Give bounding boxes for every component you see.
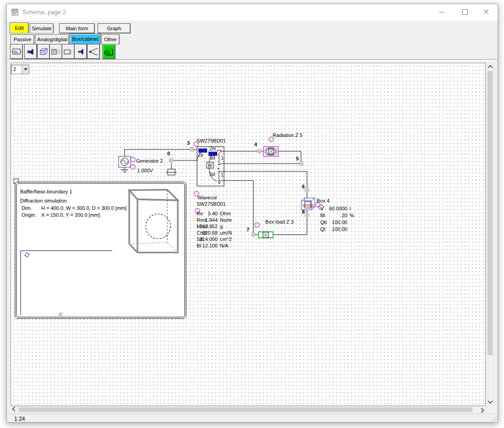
spec-unit: Ohm xyxy=(220,211,231,216)
page-selector-dropdown-button[interactable] xyxy=(22,65,29,74)
transducer-ratio2-label: 1 xyxy=(221,172,224,177)
box4-param-unit: % xyxy=(350,213,354,218)
box4-param-value: 20 xyxy=(325,213,347,218)
transducer-label[interactable]: SW275BD01 xyxy=(197,138,226,143)
box4-label[interactable]: Box 4 xyxy=(317,198,329,203)
radiation-label[interactable]: Radiation Z 5 xyxy=(273,132,302,138)
minimize-button[interactable] xyxy=(431,5,451,19)
transducer-sd1-label: Sd xyxy=(209,155,215,160)
tool-driver-button[interactable] xyxy=(24,44,37,59)
maximize-button[interactable] xyxy=(455,5,475,19)
diffraction-box-icon xyxy=(63,48,73,56)
generator-voltage[interactable]: 1.000V xyxy=(137,168,153,173)
node-0-label[interactable]: 0 xyxy=(167,151,170,156)
box4-param-value: 100.00 xyxy=(325,219,347,225)
transducer-sd2-label: Sd xyxy=(209,172,215,177)
tool-radiation-button[interactable]: R xyxy=(49,44,62,59)
driver-cone-icon xyxy=(77,48,85,56)
box-load-symbol[interactable] xyxy=(258,232,273,238)
transducer-ratio1-label: 1 xyxy=(221,156,224,161)
vertical-scrollbar[interactable] xyxy=(486,63,494,406)
spec-value: 12.100 xyxy=(197,243,218,248)
scroll-down-button[interactable] xyxy=(487,398,493,406)
node-4-label[interactable]: 4 xyxy=(254,142,257,147)
box-load-label[interactable]: Box load Z 3 xyxy=(265,219,294,225)
driver-icon xyxy=(26,48,35,56)
generator-name[interactable]: Generator 2 xyxy=(136,158,163,164)
box4-symbol[interactable] xyxy=(301,198,315,210)
spec-unit: N/A xyxy=(220,243,228,248)
maximize-icon xyxy=(462,9,468,15)
tool-horn-button[interactable] xyxy=(87,44,100,59)
page-selector[interactable]: 2 xyxy=(11,65,29,74)
toolbar-divider xyxy=(7,59,498,61)
baffle-origin-label: Origin. xyxy=(22,212,36,218)
scroll-up-button[interactable] xyxy=(487,63,493,71)
generator-symbol[interactable] xyxy=(119,156,131,172)
tab-analog-digital[interactable]: Analog/digital xyxy=(35,34,69,44)
tab-edit[interactable]: Edit xyxy=(10,22,29,33)
node-3 xyxy=(190,148,194,152)
spec-value: 117.852 xyxy=(197,224,218,229)
minimize-icon xyxy=(439,12,444,12)
box4-param-value: 60.0000 xyxy=(325,206,347,211)
radiation-symbol[interactable] xyxy=(263,147,278,156)
tool-baffle-near-boundary-button[interactable] xyxy=(102,44,115,59)
status-text: 1 24 xyxy=(14,416,25,422)
tab-simulate[interactable]: Simulate xyxy=(30,23,54,33)
tool-diffraction-box-button[interactable] xyxy=(62,44,75,59)
node-4 xyxy=(257,149,262,154)
close-icon xyxy=(483,9,489,15)
ground-symbol[interactable] xyxy=(166,169,177,175)
spec-value: 220.68 xyxy=(197,230,218,236)
baffle-dim-value: H = 400.0, W = 300.0, D = 300.0 [mm] xyxy=(41,205,126,211)
chevron-up-icon xyxy=(488,65,493,70)
box4-param-label: V xyxy=(320,206,323,211)
radiation-icon: R xyxy=(51,48,61,56)
close-button[interactable] xyxy=(476,5,496,19)
chevron-right-icon xyxy=(479,408,484,413)
tool-driver-cone-button[interactable] xyxy=(74,44,87,59)
page-selector-value: 2 xyxy=(11,65,22,74)
box4-param-value: 100.00 xyxy=(325,226,347,232)
box4-param-label: fill xyxy=(320,213,325,218)
driver-model[interactable]: SW275BD01 xyxy=(197,201,226,207)
tab-other[interactable]: Other xyxy=(101,34,120,44)
spec-value: 3.40 xyxy=(197,211,218,216)
scroll-left-button[interactable] xyxy=(11,406,18,413)
tab-box-cabinet[interactable]: Box/cabinet xyxy=(70,33,101,44)
horizontal-scrollbar[interactable] xyxy=(11,406,486,413)
node-8-label[interactable]: 8 xyxy=(302,209,305,214)
vertical-scroll-thumb[interactable] xyxy=(488,71,493,355)
closed-box-icon xyxy=(38,48,49,56)
chevron-down-icon xyxy=(24,68,27,71)
svg-text:ZL: ZL xyxy=(14,50,18,54)
baffle-origin-value: X = 150.0, Y = 200.0 [mm] xyxy=(41,212,100,218)
chevron-down-icon xyxy=(488,399,493,404)
horizontal-scroll-thumb[interactable] xyxy=(19,407,472,412)
driver-brand[interactable]: Wavecor xyxy=(197,195,217,200)
svg-text:R: R xyxy=(53,49,56,54)
title-bar: Schema, page 2 xyxy=(7,4,498,21)
tab-passive[interactable]: Passive xyxy=(11,34,34,44)
app-icon xyxy=(11,8,20,16)
tool-closed-box-button[interactable] xyxy=(37,44,50,59)
node-3-label[interactable]: 3 xyxy=(187,140,190,146)
baffle-near-boundary-icon xyxy=(104,47,115,57)
node-7-label[interactable]: 7 xyxy=(247,227,249,232)
scroll-right-button[interactable] xyxy=(478,406,485,413)
schematic-canvas[interactable]: SW275BD01 Ze Zm Sd 1 Bl Sd 1 Generator 2… xyxy=(11,63,486,406)
main-form-button[interactable]: Main form xyxy=(59,23,95,33)
node-5-label[interactable]: 5 xyxy=(296,156,299,161)
resize-grip[interactable] xyxy=(491,415,497,422)
spec-unit: cm^2 xyxy=(220,236,232,242)
horn-icon xyxy=(88,48,99,56)
transducer-bl-label: Bl xyxy=(208,163,212,168)
box4-param-label: Ql xyxy=(320,226,325,232)
spec-value: 1.844 xyxy=(197,217,218,223)
status-bar: 1 24 xyxy=(7,414,498,422)
node-6-label[interactable]: 6 xyxy=(302,184,305,189)
graph-button[interactable]: Graph xyxy=(98,23,131,33)
spec-unit: Ns/m xyxy=(220,217,232,223)
tool-impedance-load-button[interactable]: ZL xyxy=(10,44,23,59)
